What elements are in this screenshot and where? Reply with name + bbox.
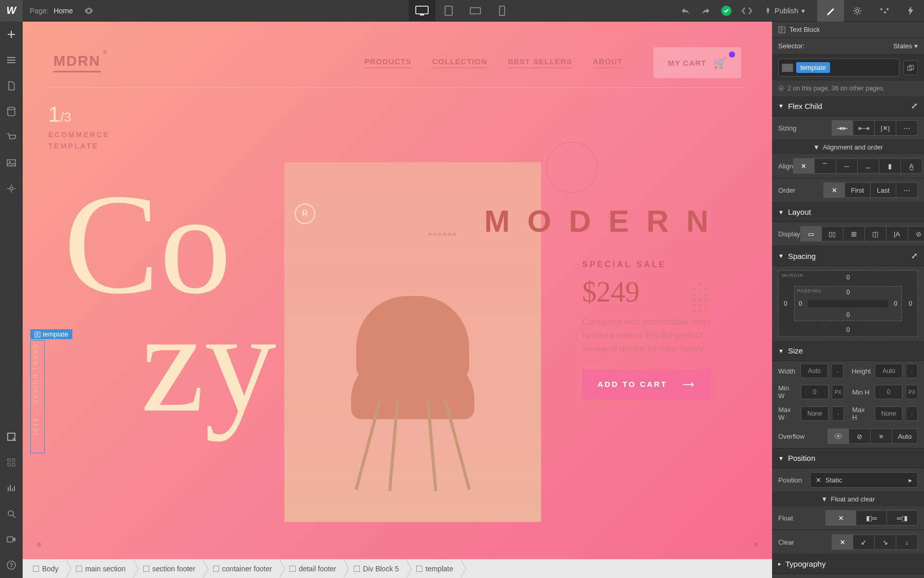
design-canvas[interactable]: MDRN® PRODUCTS COLLECTION BEST SELLERS A… [23, 22, 772, 559]
height-input[interactable] [875, 364, 902, 378]
overflow-scroll[interactable]: ≡ [871, 428, 892, 444]
float-none[interactable]: ✕ [825, 510, 856, 526]
selector-input[interactable]: template [778, 59, 899, 77]
webflow-logo[interactable]: W [0, 0, 23, 22]
expand-icon[interactable]: ⤢ [911, 251, 918, 260]
spacing-editor[interactable]: MARGIN 0 0 0 0 PADDING 0 0 0 0 [778, 270, 918, 337]
help-button[interactable]: ? [0, 552, 23, 578]
sizing-shrink[interactable]: ⇥⇤ [832, 120, 853, 136]
selection-badge[interactable]: template [30, 329, 72, 339]
clear-none[interactable]: ✕ [832, 534, 853, 550]
ecommerce-button[interactable] [0, 124, 23, 150]
order-none[interactable]: ✕ [823, 182, 845, 198]
cms-button[interactable] [0, 99, 23, 124]
crumb-container-footer[interactable]: container footer [203, 560, 279, 579]
style-manager-tab[interactable] [871, 0, 897, 22]
slider-dot-left[interactable] [37, 543, 41, 547]
minh-input[interactable] [875, 385, 902, 399]
add-element-button[interactable] [0, 22, 23, 47]
float-right[interactable]: ═◨ [887, 510, 918, 526]
assets-button[interactable] [0, 150, 23, 176]
clear-right[interactable]: ↘ [875, 534, 896, 550]
crumb-body[interactable]: Body [23, 560, 66, 579]
device-tablet-landscape[interactable] [462, 0, 489, 22]
nav-link-about[interactable]: ABOUT [593, 57, 623, 68]
navigator-button[interactable] [0, 47, 23, 73]
section-position[interactable]: ▼Position [772, 449, 924, 468]
position-select[interactable]: ✕ Static▸ [810, 472, 918, 488]
nav-link-bestsellers[interactable]: BEST SELLERS [508, 57, 572, 68]
device-tablet[interactable] [435, 0, 462, 22]
align-center[interactable]: ─ [836, 158, 858, 174]
sizing-none[interactable]: |✕| [875, 120, 896, 136]
maxh-input[interactable] [875, 406, 902, 421]
redo-button[interactable] [696, 0, 716, 22]
slider-dot-right[interactable] [754, 543, 758, 547]
align-start[interactable]: ⎺ [815, 158, 836, 174]
section-layout[interactable]: ▼Layout [772, 202, 924, 222]
overflow-auto[interactable]: Auto [892, 428, 918, 444]
pages-button[interactable] [0, 73, 23, 99]
minw-input[interactable] [801, 385, 829, 399]
crumb-detail-footer[interactable]: detail footer [279, 560, 343, 579]
maxw-input[interactable] [801, 406, 829, 421]
display-none[interactable]: ⊘ [908, 226, 924, 241]
video-button[interactable] [0, 527, 23, 552]
nav-link-collection[interactable]: COLLECTION [432, 57, 488, 68]
preview-icon[interactable] [84, 8, 93, 14]
grid-button[interactable] [0, 450, 23, 475]
order-last[interactable]: Last [871, 182, 896, 198]
brand-logo[interactable]: MDRN® [53, 53, 101, 72]
undo-button[interactable] [675, 0, 696, 22]
style-tab[interactable] [817, 0, 844, 22]
overflow-visible[interactable] [827, 428, 849, 444]
code-export-button[interactable] [737, 0, 757, 22]
xray-button[interactable] [0, 424, 23, 450]
section-flex-child[interactable]: ▼Flex Child⤢ [772, 96, 924, 116]
settings-tab[interactable] [844, 0, 871, 22]
device-desktop[interactable] [409, 0, 435, 22]
selector-class-tag[interactable]: template [796, 62, 830, 73]
display-inline-block[interactable]: ◫ [865, 226, 887, 241]
display-flex[interactable]: ▯▯ [822, 226, 843, 241]
sizing-grow[interactable]: ⇤⇥ [853, 120, 875, 136]
order-more[interactable]: ⋯ [896, 182, 918, 198]
crumb-template[interactable]: template [406, 560, 460, 579]
nav-link-products[interactable]: PRODUCTS [364, 57, 412, 68]
align-none[interactable]: ✕ [793, 158, 815, 174]
sizing-more[interactable]: ⋯ [896, 120, 918, 136]
overflow-hidden[interactable]: ⊘ [849, 428, 871, 444]
crumb-main-section[interactable]: main section [66, 560, 133, 579]
add-to-cart-button[interactable]: ADD TO CART ⟶ [582, 369, 711, 399]
publish-button[interactable]: Publish ▾ [757, 7, 812, 15]
crumb-div-block[interactable]: Div Block 5 [343, 560, 406, 579]
order-first[interactable]: First [845, 182, 871, 198]
hero-text-zy[interactable]: zy [141, 301, 276, 423]
float-left[interactable]: ◧═ [856, 510, 887, 526]
display-grid[interactable]: ⊞ [843, 226, 865, 241]
display-block[interactable]: ▭ [800, 226, 822, 241]
page-name[interactable]: Home [54, 7, 73, 15]
crumb-section-footer[interactable]: section footer [133, 560, 203, 579]
cart-button[interactable]: MY CART [653, 47, 741, 78]
vertical-about-text[interactable]: ABOUT SAMPLE STORE [691, 281, 709, 313]
sub-alignment-order[interactable]: ▼Alignment and order [772, 140, 924, 154]
interactions-tab[interactable] [897, 0, 924, 22]
search-button[interactable] [0, 501, 23, 527]
selection-outline[interactable]: template [30, 340, 45, 453]
display-inline[interactable]: |A [887, 226, 908, 241]
align-stretch[interactable]: ▮ [879, 158, 901, 174]
inheritance-button[interactable] [903, 61, 918, 75]
clear-both[interactable]: ↓ [896, 534, 918, 550]
clear-left[interactable]: ↙ [853, 534, 875, 550]
section-size[interactable]: ▼Size [772, 341, 924, 361]
modern-label[interactable]: MODERN [484, 203, 726, 239]
site-settings-button[interactable] [0, 176, 23, 201]
align-baseline[interactable]: A̲ [901, 158, 922, 174]
width-input[interactable] [800, 364, 828, 378]
sub-float-clear[interactable]: ▼Float and clear [772, 492, 924, 506]
states-dropdown[interactable]: States ▾ [893, 42, 918, 50]
device-mobile[interactable] [489, 0, 515, 22]
audit-button[interactable] [0, 475, 23, 501]
section-typography[interactable]: ▸Typography [772, 554, 924, 574]
